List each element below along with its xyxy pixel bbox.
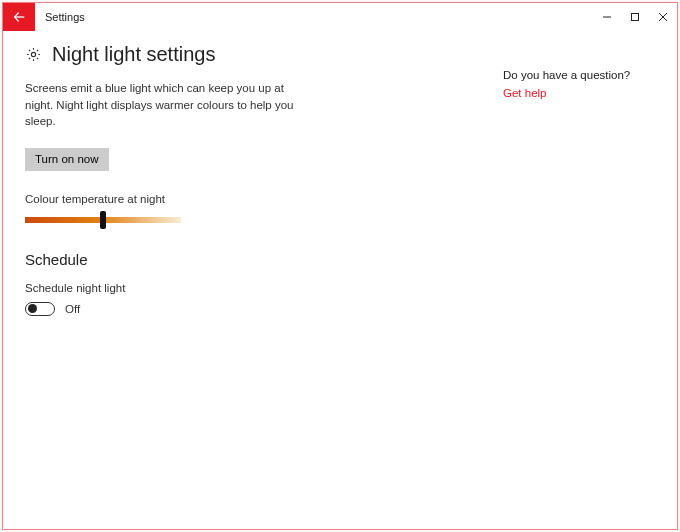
- svg-rect-0: [632, 14, 639, 21]
- settings-window: Settings: [2, 2, 678, 530]
- titlebar: Settings: [3, 3, 677, 31]
- gear-icon: [25, 46, 42, 63]
- back-arrow-icon: [12, 10, 26, 24]
- main-column: Night light settings Screens emit a blue…: [3, 31, 443, 316]
- description-text: Screens emit a blue light which can keep…: [25, 80, 295, 130]
- schedule-toggle[interactable]: Off: [25, 302, 443, 316]
- slider-thumb[interactable]: [100, 211, 106, 229]
- colour-temperature-label: Colour temperature at night: [25, 193, 443, 205]
- toggle-value: Off: [65, 303, 80, 315]
- page-title: Night light settings: [52, 43, 215, 66]
- app-title: Settings: [35, 3, 85, 31]
- turn-on-now-button[interactable]: Turn on now: [25, 148, 109, 171]
- page-header: Night light settings: [25, 43, 443, 66]
- content-area: Night light settings Screens emit a blue…: [3, 31, 677, 316]
- colour-temperature-slider[interactable]: [25, 213, 181, 227]
- minimize-icon: [602, 12, 612, 22]
- maximize-icon: [630, 12, 640, 22]
- schedule-heading: Schedule: [25, 251, 443, 268]
- svg-point-1: [31, 52, 35, 56]
- toggle-knob: [28, 304, 37, 313]
- help-column: Do you have a question? Get help: [443, 31, 630, 99]
- back-button[interactable]: [3, 3, 35, 31]
- maximize-button[interactable]: [621, 3, 649, 31]
- minimize-button[interactable]: [593, 3, 621, 31]
- window-controls: [593, 3, 677, 31]
- close-icon: [658, 12, 668, 22]
- schedule-toggle-label: Schedule night light: [25, 282, 443, 294]
- get-help-link[interactable]: Get help: [503, 87, 630, 99]
- help-question: Do you have a question?: [503, 69, 630, 81]
- toggle-track: [25, 302, 55, 316]
- close-button[interactable]: [649, 3, 677, 31]
